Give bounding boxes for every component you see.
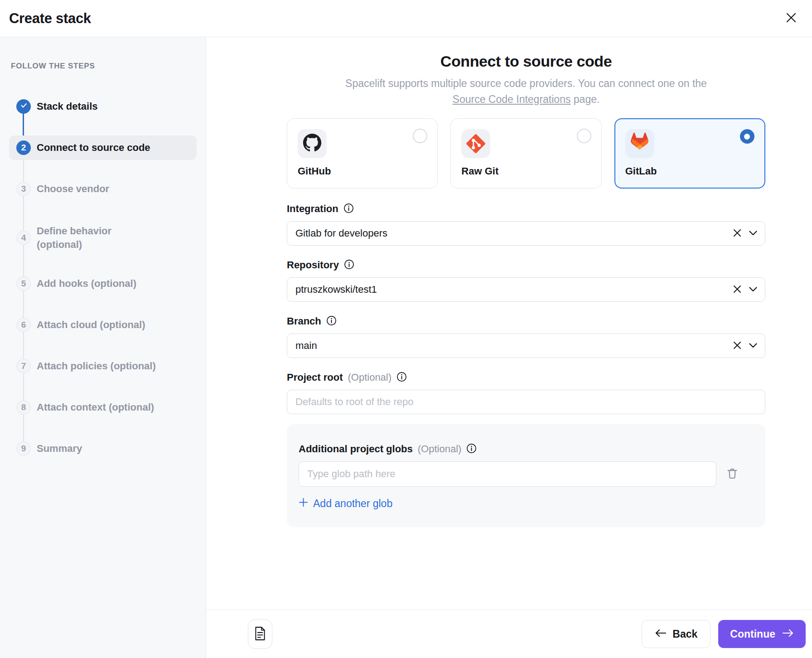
sidebar-step-choose-vendor[interactable]: 3 Choose vendor: [9, 177, 197, 201]
project-globs-panel: Additional project globs (Optional): [287, 424, 765, 527]
provider-cards: GitHub: [287, 118, 765, 189]
optional-tag: (Optional): [418, 443, 462, 455]
continue-label: Continue: [730, 628, 775, 640]
modal-title: Create stack: [9, 10, 91, 27]
provider-card-github[interactable]: GitHub: [287, 118, 438, 189]
arrow-right-icon: [782, 628, 794, 640]
integration-dropdown-button[interactable]: [749, 230, 757, 237]
branch-select[interactable]: [287, 334, 765, 358]
branch-dropdown-button[interactable]: [749, 343, 757, 349]
step-label: Add hooks (optional): [37, 277, 136, 290]
git-icon: [466, 134, 485, 153]
modal-header: Create stack: [0, 0, 812, 37]
wizard-footer: Back Continue: [206, 610, 812, 658]
branch-clear-button[interactable]: [733, 341, 742, 351]
project-root-field: Project root (Optional): [287, 372, 765, 414]
github-logo-tile: [298, 129, 327, 158]
step-9-number-circle: 9: [16, 441, 31, 456]
create-stack-modal: Create stack FOLLOW THE STEPS Stack: [0, 0, 812, 658]
integration-field: Integration: [287, 203, 765, 246]
page-title: Connect to source code: [287, 53, 765, 70]
page-subtitle: Spacelift supports multiple source code …: [287, 76, 765, 107]
sidebar-step-attach-context[interactable]: 8 Attach context (optional): [9, 395, 197, 420]
step-label: Define behavior (optional): [37, 224, 143, 251]
clear-x-icon: [733, 285, 742, 295]
repository-label: Repository: [287, 259, 339, 271]
glob-path-input[interactable]: [299, 461, 716, 487]
repository-dropdown-button[interactable]: [749, 286, 757, 293]
chevron-down-icon: [749, 230, 757, 237]
repository-field: Repository: [287, 259, 765, 302]
provider-label: GitHub: [298, 165, 427, 177]
trash-icon: [725, 467, 739, 482]
branch-field: Branch: [287, 315, 765, 358]
provider-card-gitlab[interactable]: GitLab: [614, 118, 765, 189]
provider-card-raw-git[interactable]: Raw Git: [450, 118, 601, 189]
globs-info-button[interactable]: [466, 443, 477, 455]
repository-clear-button[interactable]: [733, 285, 742, 295]
info-icon: [396, 372, 407, 383]
add-glob-label: Add another glob: [313, 498, 392, 510]
sidebar-step-define-behavior[interactable]: 4 Define behavior (optional): [9, 218, 197, 258]
provider-label: Raw Git: [461, 165, 590, 177]
step-5-number-circle: 5: [16, 276, 31, 291]
step-label: Attach policies (optional): [37, 359, 156, 373]
integration-clear-button[interactable]: [733, 228, 742, 239]
add-another-glob-button[interactable]: Add another glob: [299, 498, 392, 510]
step-8-number-circle: 8: [16, 400, 31, 415]
project-root-label: Project root: [287, 372, 343, 383]
chevron-down-icon: [749, 286, 757, 293]
source-code-integrations-link[interactable]: Source Code Integrations: [453, 93, 571, 105]
github-icon: [303, 133, 322, 154]
continue-button[interactable]: Continue: [718, 620, 806, 648]
sidebar-step-attach-cloud[interactable]: 6 Attach cloud (optional): [9, 313, 197, 337]
clear-x-icon: [733, 341, 742, 351]
sidebar-step-stack-details[interactable]: Stack details: [9, 94, 197, 119]
project-root-input[interactable]: [287, 390, 765, 414]
back-button[interactable]: Back: [642, 620, 710, 648]
close-button[interactable]: [782, 10, 800, 28]
info-icon: [343, 203, 354, 215]
plus-icon: [299, 498, 308, 510]
main-panel: Connect to source code Spacelift support…: [206, 37, 812, 658]
sidebar-step-summary[interactable]: 9 Summary: [9, 436, 197, 461]
repository-select[interactable]: [287, 277, 765, 302]
steps-heading: FOLLOW THE STEPS: [11, 62, 197, 71]
gitlab-icon: [629, 132, 650, 155]
project-root-info-button[interactable]: [396, 372, 407, 383]
info-icon: [344, 259, 354, 271]
sidebar-step-attach-policies[interactable]: 7 Attach policies (optional): [9, 354, 197, 378]
repository-info-button[interactable]: [344, 259, 354, 271]
step-label: Attach context (optional): [37, 401, 154, 414]
clear-x-icon: [733, 228, 742, 239]
step-3-number-circle: 3: [16, 182, 31, 196]
gitlab-radio[interactable]: [740, 129, 754, 144]
raw-git-logo-tile: [461, 129, 490, 158]
integration-info-button[interactable]: [343, 203, 354, 215]
glob-row: [299, 461, 754, 487]
optional-tag: (Optional): [348, 372, 392, 383]
raw-git-radio[interactable]: [577, 129, 591, 143]
integration-select[interactable]: [287, 221, 765, 246]
info-icon: [326, 315, 337, 327]
globs-label: Additional project globs: [299, 443, 413, 455]
step-6-number-circle: 6: [16, 318, 31, 332]
delete-glob-button[interactable]: [725, 467, 739, 482]
main-content-area: Connect to source code Spacelift support…: [206, 37, 812, 610]
back-label: Back: [672, 628, 697, 640]
chevron-down-icon: [749, 343, 757, 349]
arrow-left-icon: [655, 628, 667, 640]
integration-label: Integration: [287, 203, 338, 215]
step-label: Stack details: [37, 100, 98, 113]
sidebar-step-connect-source-code[interactable]: 2 Connect to source code: [9, 135, 197, 160]
branch-info-button[interactable]: [326, 315, 337, 327]
step-label: Connect to source code: [37, 141, 150, 155]
step-4-number-circle: 4: [16, 231, 31, 245]
close-icon: [785, 12, 797, 25]
subtitle-text-after: page.: [574, 93, 600, 105]
github-radio[interactable]: [413, 129, 427, 143]
check-icon: [20, 102, 28, 111]
sidebar-step-add-hooks[interactable]: 5 Add hooks (optional): [9, 271, 197, 296]
documentation-button[interactable]: [248, 619, 272, 649]
step-label: Summary: [37, 442, 82, 455]
